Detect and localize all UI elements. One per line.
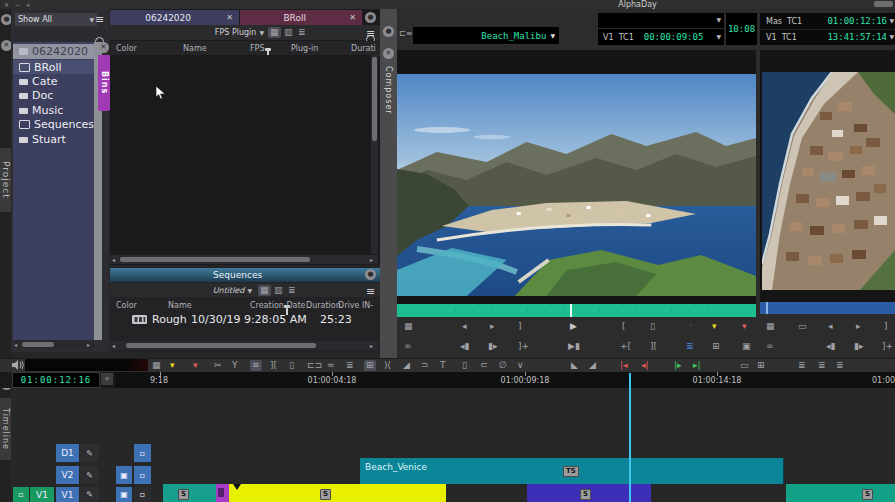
segment-overwrite-icon[interactable]: ⊏⊐ [307, 361, 322, 370]
project-search-bar[interactable] [13, 28, 107, 41]
wedge-right-icon[interactable]: ◢ [589, 361, 596, 370]
bin-preset-dropdown[interactable]: FPS Plugin ▼ [206, 27, 264, 38]
transport-play-icon[interactable]: ▶ [570, 322, 577, 331]
scroll-thumb[interactable] [126, 343, 316, 348]
source-tc-top-box[interactable]: ▼ [598, 13, 724, 28]
column-drive[interactable]: Drive [338, 302, 359, 310]
column-in[interactable]: IN- [362, 302, 373, 310]
sidebar-item-broll[interactable]: BRoll [13, 60, 94, 74]
track-d1-lock-box[interactable]: ▫ [134, 444, 151, 462]
window-corner-button[interactable] [874, 1, 893, 7]
transport-back-ten-icon[interactable]: ◂▮ [826, 342, 835, 351]
sidebar-item-music[interactable]: Music [13, 104, 94, 117]
transport-grid-icon[interactable]: ⊞ [712, 342, 720, 351]
track-v1-source-select[interactable]: ▫ [13, 487, 29, 502]
column-fps[interactable]: FPS [250, 45, 265, 53]
track-v1-source-button[interactable]: V1 [30, 487, 54, 502]
scroll-right-icon[interactable]: ▸ [370, 257, 373, 263]
composer-close-icon[interactable]: ✕ [383, 48, 394, 59]
transport-trim-icon[interactable]: ][ [650, 342, 657, 351]
transport-gang-icon[interactable]: ▦ [766, 322, 775, 331]
scroll-thumb[interactable] [120, 257, 310, 262]
column-creation-date[interactable]: Creation Date [250, 302, 306, 310]
bin-content[interactable] [110, 55, 371, 254]
sidebar-item-doc[interactable]: Doc [13, 89, 94, 102]
align-bottom-icon[interactable]: ≣ [836, 361, 844, 370]
master-tc-row[interactable]: Mas TC1 01:00:12:16 ▼ [760, 13, 895, 30]
frame-view-icon[interactable]: ▥ [284, 28, 293, 37]
transport-mark-clip-icon[interactable]: ]+ [518, 342, 529, 351]
column-plugin[interactable]: Plug-in [291, 45, 318, 53]
roller-pair-icon[interactable]: )( [384, 361, 391, 370]
script-view-icon[interactable]: ≣ [288, 286, 296, 295]
track-v1-lock-box[interactable]: ▫ [134, 487, 151, 502]
tab-broll[interactable]: BRoll ✕ [240, 10, 362, 25]
transport-forward-ten-icon[interactable]: ▮▸ [488, 342, 497, 351]
monitor-icon[interactable]: ▭ [740, 361, 749, 370]
clip-v1-teal[interactable] [163, 484, 216, 502]
grid-small-icon[interactable]: ⊞ [757, 361, 765, 370]
track-v1-record-button[interactable]: V1 [56, 487, 79, 502]
scroll-right-icon[interactable]: ▸ [370, 343, 373, 349]
transport-mark-out-icon[interactable]: ] [884, 322, 888, 331]
transport-step-forward-icon[interactable]: ▸ [856, 322, 861, 331]
sequence-row[interactable]: Rough 10/30/19 9:28:05 AM 25:23 [110, 311, 378, 327]
slip-slide-icon[interactable]: ≈ [327, 361, 335, 370]
source-menu-icon[interactable]: ⊏≡ [399, 30, 412, 38]
keyframe-icon[interactable]: ≣ [346, 361, 354, 370]
trim-left-green-icon[interactable]: |▸ [674, 361, 682, 370]
bins-close-icon[interactable]: ✕ [98, 42, 109, 53]
composer-rail-tab-label[interactable]: Composer [384, 66, 393, 115]
collapse-icon[interactable]: ∨ [517, 361, 524, 370]
trim-mode-icon[interactable]: ][ [270, 361, 277, 370]
source-tc-box[interactable]: V1 TC1 00:00:09:05 ▼ [598, 29, 724, 45]
timeline-rail-tab[interactable]: Timeline [0, 398, 11, 460]
close-icon[interactable]: ✕ [349, 14, 356, 22]
sequences-horizontal-scrollbar[interactable]: ◂ ▸ [110, 341, 378, 350]
transport-monitor-icon[interactable]: ▭ [798, 322, 807, 331]
close-icon[interactable]: ✕ [226, 14, 233, 22]
transport-gang-icon[interactable]: ▦ [404, 322, 413, 331]
transport-step-back-icon[interactable]: ◂ [462, 322, 467, 331]
splice-in-icon[interactable]: ▾ [170, 361, 175, 370]
segment-mode-icon[interactable]: ≡ [250, 360, 262, 371]
sequences-title-bar[interactable]: Sequences ✕ [110, 268, 380, 282]
timeline-playhead[interactable] [629, 373, 631, 502]
scroll-left-icon[interactable]: ◂ [14, 342, 17, 348]
track-v1-monitor-box[interactable]: ▣ [116, 487, 132, 502]
rectangle-tool-icon[interactable]: ▯ [462, 361, 467, 370]
disable-icon[interactable]: ∅ [499, 361, 507, 370]
record-tc-row[interactable]: V1 TC1 13:41:57:14 ▼ [760, 29, 895, 45]
align-center-icon[interactable]: ≣ [818, 361, 826, 370]
timeline-add-button[interactable]: + [101, 373, 113, 385]
bin-gear-icon[interactable]: ● [365, 12, 376, 23]
link-tool-icon[interactable]: ⊂ [480, 361, 488, 370]
track-v2-lock-box[interactable]: ▫ [134, 466, 151, 484]
project-rail-tab[interactable]: Project [0, 148, 11, 212]
transport-record-icon[interactable]: ◦ [688, 322, 693, 331]
fast-menu-icon[interactable]: ▦ [152, 361, 161, 370]
clip-v1-yellow[interactable] [229, 484, 446, 502]
source-monitor-video[interactable] [397, 74, 756, 296]
track-d1-button[interactable]: D1 [56, 444, 79, 462]
transport-back-ten-icon[interactable]: ◂▮ [460, 342, 469, 351]
project-hamburger-icon[interactable]: ≡ [95, 14, 104, 25]
transport-forward-ten-icon[interactable]: ▮▸ [854, 342, 863, 351]
curve-icon[interactable]: ⊃ [421, 361, 429, 370]
window-controls[interactable]: ✕ − + [4, 1, 33, 8]
trim-right-red-icon[interactable]: ◂| [641, 361, 649, 370]
segment-insert-icon[interactable]: ▯ [289, 361, 294, 370]
scroll-thumb[interactable] [372, 57, 377, 141]
sidebar-item-06242020[interactable]: 06242020 [13, 44, 94, 59]
transport-match-frame-icon[interactable]: ∞ [404, 342, 412, 351]
record-monitor-video[interactable] [762, 72, 895, 290]
sequences-hamburger-icon[interactable]: ≡ [366, 286, 375, 297]
grid-icon[interactable]: ⊞ [364, 360, 376, 371]
sequences-gear-icon[interactable]: ● [365, 269, 376, 280]
column-color[interactable]: Color [116, 302, 137, 310]
overwrite-icon[interactable]: ▾ [193, 361, 198, 370]
transport-timeline-focus-icon[interactable]: ≣ [686, 342, 694, 351]
align-left-icon[interactable]: ≣ [798, 361, 806, 370]
transport-overwrite-icon[interactable]: ▾ [742, 322, 747, 331]
track-v2-monitor-box[interactable]: ▣ [116, 466, 132, 484]
